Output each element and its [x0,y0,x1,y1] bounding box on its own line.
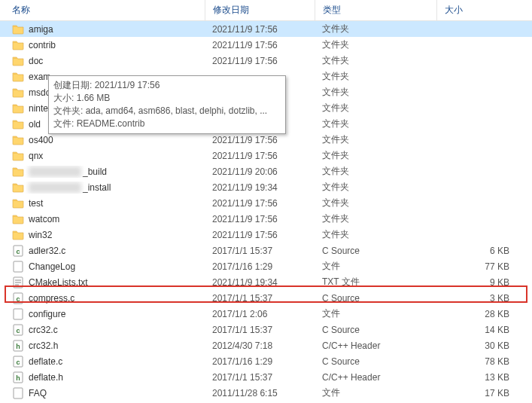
file-name-label: crc32.c [29,325,58,335]
folder-tooltip: 创建日期: 2021/11/9 17:56 大小: 1.66 MB 文件夹: a… [48,75,286,134]
file-name-label: FAQ [29,388,47,398]
file-icon [12,261,24,273]
cell-name: watcom [0,213,205,225]
cell-date: 2021/11/9 19:34 [205,182,315,193]
column-header-type[interactable]: 类型 [315,0,436,20]
column-header-row: 名称 修改日期 类型 大小 [0,0,532,21]
folder-icon [12,166,24,178]
file-name-label: exam [29,72,50,82]
file-row[interactable]: _install2021/11/9 19:34文件夹 [0,179,532,195]
file-row[interactable]: CMakeLists.txt2021/11/9 19:34TXT 文件9 KB [0,274,532,290]
file-name-label: win32 [29,230,52,240]
tooltip-created: 创建日期: 2021/11/9 17:56 [53,79,281,92]
folder-icon [12,150,24,162]
cell-size: 17 KB [436,388,532,398]
cell-type: C/C++ Header [315,372,436,383]
svg-rect-18 [14,388,23,398]
cell-date: 2021/11/9 19:34 [205,277,315,288]
cell-name: os400 [0,134,205,146]
file-name-label: msdo [29,87,50,98]
svg-text:h: h [16,374,20,382]
cell-type: 文件夹 [315,181,436,194]
folder-icon [12,229,24,241]
cell-date: 2017/1/1 15:37 [205,372,315,383]
file-row[interactable]: qnx2021/11/9 17:56文件夹 [0,148,532,163]
file-name-label: doc [29,56,43,66]
svg-rect-2 [14,261,23,272]
file-row[interactable]: ChangeLog2017/1/16 1:29文件77 KB [0,258,532,274]
folder-icon [12,213,24,225]
file-row[interactable]: ccrc32.c2017/1/1 15:37C Source14 KB [0,322,532,337]
folder-icon [12,87,24,99]
file-name-label: _build [83,166,107,177]
cell-type: TXT 文件 [315,276,436,289]
cell-type: 文件 [315,307,436,320]
file-row[interactable]: configure2017/1/1 2:06文件28 KB [0,306,532,322]
file-c-icon: c [12,245,24,257]
file-c-icon: c [12,292,24,304]
cell-type: 文件夹 [315,23,436,35]
tooltip-folders: 文件夹: ada, amd64, asm686, blast, delphi, … [53,105,281,118]
cell-type: 文件夹 [315,54,436,67]
file-name-label: test [29,198,43,209]
file-row[interactable]: cadler32.c2017/1/1 15:37C Source6 KB [0,243,532,258]
file-c-icon: c [12,356,24,368]
file-row[interactable]: test2021/11/9 17:56文件夹 [0,195,532,211]
file-name-label: ChangeLog [29,261,75,272]
svg-rect-9 [14,309,23,319]
file-row[interactable]: cdeflate.c2017/1/16 1:29C Source78 KB [0,353,532,369]
file-row[interactable]: ccompress.c2017/1/1 15:37C Source3 KB [0,290,532,306]
cell-date: 2021/11/9 17:56 [205,24,315,35]
file-row[interactable]: doc2021/11/9 17:56文件夹 [0,53,532,69]
svg-text:c: c [16,295,20,303]
file-row[interactable]: win322021/11/9 17:56文件夹 [0,227,532,243]
file-h-icon: h [12,340,24,352]
cell-date: 2021/11/9 17:56 [205,214,315,224]
redacted-text [29,166,81,177]
column-header-name[interactable]: 名称 [0,0,205,20]
file-row[interactable]: contrib2021/11/9 17:56文件夹 [0,37,532,53]
file-name-label: old [29,119,41,130]
cell-size: 77 KB [436,261,532,272]
cell-name: doc [0,55,205,67]
file-row[interactable]: hcrc32.h2012/4/30 7:18C/C++ Header30 KB [0,337,532,353]
folder-icon [12,118,24,130]
file-name-label: crc32.h [29,340,58,351]
cell-name: test [0,197,205,209]
cell-date: 2017/1/1 15:37 [205,325,315,335]
cell-type: C Source [315,246,436,256]
cell-size: 14 KB [436,325,532,335]
file-icon [12,387,24,399]
file-row[interactable]: FAQ2011/11/28 6:15文件17 KB [0,385,532,401]
cell-size: 13 KB [436,372,532,383]
svg-text:c: c [16,248,20,255]
file-row[interactable]: hdeflate.h2017/1/1 15:37C/C++ Header13 K… [0,369,532,385]
folder-icon [12,55,24,67]
cell-date: 2017/1/16 1:29 [205,261,315,272]
file-name-label: adler32.c [29,246,65,256]
cell-type: 文件夹 [315,118,436,130]
cell-type: 文件夹 [315,38,436,51]
cell-type: 文件夹 [315,197,436,209]
cell-name: cdeflate.c [0,356,205,368]
file-row[interactable]: amiga2021/11/9 17:56文件夹 [0,21,532,37]
cell-date: 2012/4/30 7:18 [205,340,315,351]
folder-icon [12,197,24,209]
cell-name: qnx [0,150,205,162]
cell-type: 文件夹 [315,165,436,178]
cell-type: 文件 [315,260,436,273]
cell-type: 文件夹 [315,228,436,241]
file-h-icon: h [12,371,24,383]
file-name-label: amiga [29,24,53,35]
column-header-date[interactable]: 修改日期 [205,0,315,20]
column-header-size[interactable]: 大小 [436,0,532,20]
file-row[interactable]: watcom2021/11/9 17:56文件夹 [0,211,532,227]
file-row[interactable]: os4002021/11/9 17:56文件夹 [0,132,532,148]
cell-name: configure [0,308,205,320]
cell-name: CMakeLists.txt [0,276,205,289]
file-name-label: deflate.c [29,356,62,367]
file-name-label: CMakeLists.txt [29,277,88,288]
file-row[interactable]: _build2021/11/9 20:06文件夹 [0,163,532,179]
cell-type: 文件 [315,386,436,399]
file-name-label: configure [29,309,65,319]
